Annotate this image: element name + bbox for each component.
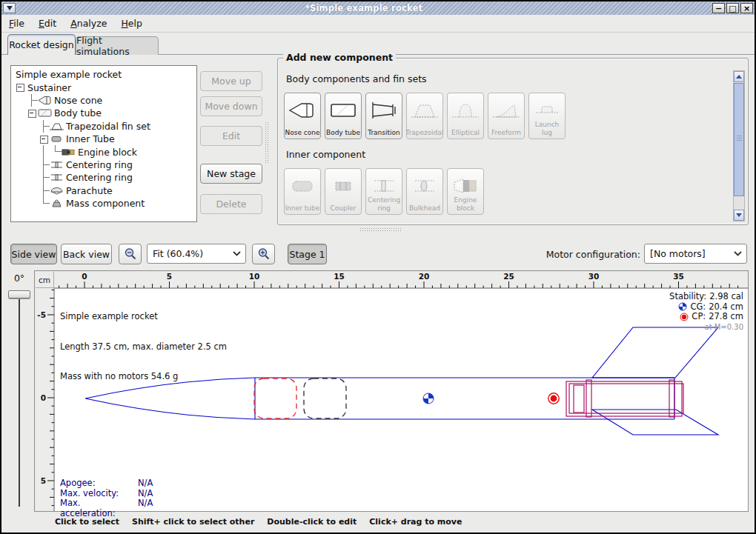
inner-tube-icon xyxy=(288,176,316,198)
close-button[interactable]: × xyxy=(740,3,753,13)
ruler-unit-label: cm xyxy=(36,272,54,288)
tree-row-mass-component[interactable]: Mass component xyxy=(14,197,196,210)
stability-info: Stability:2.98 cal CG:20.4 cm CP:27.8 cm… xyxy=(669,292,743,332)
add-transition-button[interactable]: Transition xyxy=(365,93,402,139)
tab-flight-simulations[interactable]: Flight simulations xyxy=(76,36,159,55)
application-window: *Simple example rocket − □ × File Edit A… xyxy=(0,0,756,534)
add-freeform-fin-button[interactable]: Freeform xyxy=(488,93,525,139)
add-nose-cone-button[interactable]: Nose cone xyxy=(284,93,321,139)
hint-click-drag: Click+ drag to move xyxy=(369,517,462,527)
back-view-button[interactable]: Back view xyxy=(61,244,112,264)
add-bulkhead-button[interactable]: Bulkhead xyxy=(406,168,443,215)
stability-label: Stability: xyxy=(669,292,706,302)
parachute-icon xyxy=(50,185,64,196)
tree-row-fin-set[interactable]: Trapezoidal fin set xyxy=(14,120,196,133)
zoom-out-icon xyxy=(124,247,137,261)
add-centering-ring-button[interactable]: Centering ring xyxy=(365,168,402,215)
tree-row-engine-block[interactable]: Engine block xyxy=(14,145,196,158)
window-menu-icon xyxy=(7,6,13,10)
centering-ring-icon xyxy=(50,159,64,170)
window-title: *Simple example rocket xyxy=(16,3,712,13)
delete-button[interactable]: Delete xyxy=(200,194,262,214)
edit-button[interactable]: Edit xyxy=(200,126,262,146)
tree-row-body-tube[interactable]: Body tube xyxy=(14,107,196,119)
engine-block-icon xyxy=(62,147,76,157)
tree-expander-icon[interactable] xyxy=(38,133,50,145)
parachute-shape[interactable] xyxy=(254,378,296,418)
add-body-tube-button[interactable]: Body tube xyxy=(325,93,362,139)
tree-expander-icon[interactable] xyxy=(14,81,26,93)
stability-value: 2.98 cal xyxy=(709,292,743,302)
motor-configuration-value: [No motors] xyxy=(645,248,729,259)
engine-block-shape[interactable] xyxy=(574,385,584,413)
nose-cone-icon xyxy=(38,95,53,105)
centering-ring-shape[interactable] xyxy=(669,380,674,417)
add-elliptical-fin-button[interactable]: Elliptical xyxy=(447,93,484,139)
rotation-slider-track[interactable] xyxy=(19,295,20,507)
tree-row-parachute[interactable]: Parachute xyxy=(14,184,196,197)
body-components-label: Body components and fin sets xyxy=(286,73,427,84)
rotation-angle-label: 0° xyxy=(6,273,33,284)
stage-1-toggle[interactable]: Stage 1 xyxy=(288,244,327,264)
arrow-up-icon xyxy=(736,75,742,79)
rocket-canvas[interactable]: Simple example rocket Length 37.5 cm, ma… xyxy=(54,288,748,511)
scroll-up-button[interactable] xyxy=(734,71,744,82)
tree-row-sustainer[interactable]: Sustainer xyxy=(14,81,196,93)
side-view-button[interactable]: Side view xyxy=(10,244,57,264)
scrollbar-thumb[interactable] xyxy=(734,83,744,196)
minimize-button[interactable]: − xyxy=(712,3,725,13)
centering-ring-shape[interactable] xyxy=(586,380,591,417)
move-up-button[interactable]: Move up xyxy=(200,71,262,91)
flight-info: Apogee:N/A Max. velocity:N/A Max. accele… xyxy=(60,478,153,518)
motor-configuration-label: Motor configuration: xyxy=(538,249,640,260)
trapezoidal-fin-icon xyxy=(411,101,439,123)
rotation-slider-handle[interactable] xyxy=(8,290,30,298)
component-panel-scrollbar[interactable] xyxy=(733,70,745,221)
cp-legend-icon xyxy=(680,313,689,321)
horizontal-splitter-grip[interactable] xyxy=(359,227,401,232)
zoom-select[interactable]: Fit (60.4%) xyxy=(147,244,246,264)
elliptical-fin-icon xyxy=(451,101,480,123)
maximize-button[interactable]: □ xyxy=(726,3,739,13)
freeform-fin-icon xyxy=(492,101,520,123)
zoom-select-value: Fit (60.4%) xyxy=(147,248,228,259)
menu-edit[interactable]: Edit xyxy=(39,18,56,29)
body-tube-icon xyxy=(329,101,357,123)
trapezoidal-fin-icon xyxy=(50,121,64,131)
add-launch-lug-button[interactable]: Launch lug xyxy=(528,93,566,139)
add-trapezoidal-fin-button[interactable]: Trapezoidal xyxy=(406,93,443,139)
new-stage-button[interactable]: New stage xyxy=(200,164,262,184)
motor-configuration-select[interactable]: [No motors] xyxy=(644,244,747,264)
add-engine-block-button[interactable]: Engine block xyxy=(447,168,484,215)
body-tube-icon xyxy=(38,108,53,119)
tree-row-nose-cone[interactable]: Nose cone xyxy=(14,94,196,107)
cp-marker xyxy=(548,393,559,404)
launch-lug-icon xyxy=(533,101,561,123)
vertical-splitter-grip[interactable] xyxy=(265,121,269,164)
engine-block-icon xyxy=(451,176,480,198)
tree-row-rocket[interactable]: Simple example rocket xyxy=(14,68,196,81)
tree-row-inner-tube[interactable]: Inner Tube xyxy=(14,133,196,145)
bulkhead-icon xyxy=(411,176,439,198)
tab-rocket-design[interactable]: Rocket design xyxy=(7,34,76,55)
menu-analyze[interactable]: Analyze xyxy=(70,18,107,29)
tree-row-centering-ring-1[interactable]: Centering ring xyxy=(14,158,196,171)
menu-file[interactable]: File xyxy=(9,18,24,29)
mass-component-shape[interactable] xyxy=(304,378,346,418)
rotation-slider[interactable] xyxy=(6,289,33,510)
add-inner-tube-button[interactable]: Inner tube xyxy=(284,168,321,215)
zoom-out-button[interactable] xyxy=(119,244,142,264)
centering-ring-icon xyxy=(50,173,64,183)
component-tree: Simple example rocket Sustainer Nose con… xyxy=(10,65,197,222)
tree-row-centering-ring-2[interactable]: Centering ring xyxy=(14,171,196,184)
menu-help[interactable]: Help xyxy=(121,18,142,29)
mass-component-icon xyxy=(50,198,64,209)
coupler-icon xyxy=(329,176,357,198)
add-coupler-button[interactable]: Coupler xyxy=(325,168,362,215)
zoom-in-icon xyxy=(257,247,271,261)
window-menu-button[interactable] xyxy=(3,3,16,13)
move-down-button[interactable]: Move down xyxy=(200,96,262,116)
scroll-down-button[interactable] xyxy=(734,210,744,221)
zoom-in-button[interactable] xyxy=(252,244,275,264)
tree-expander-icon[interactable] xyxy=(26,107,38,119)
